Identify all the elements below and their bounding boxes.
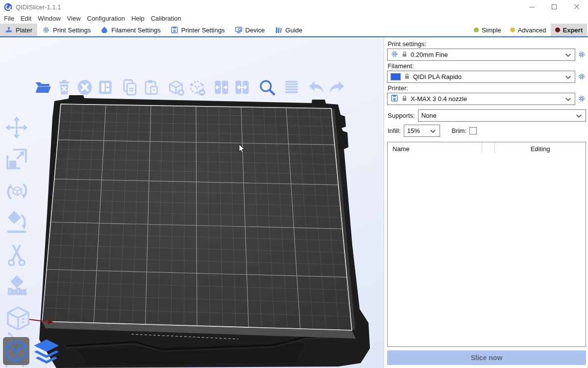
menu-view[interactable]: View (67, 15, 86, 23)
paste-icon[interactable] (142, 78, 161, 97)
search-icon[interactable] (258, 78, 276, 97)
chevron-down-icon (565, 95, 571, 104)
brim-label: Brim: (452, 127, 466, 134)
mode-switcher: SimpleAdvancedExpert (469, 24, 587, 36)
menu-configuration[interactable]: Configuration (87, 15, 130, 23)
tab-label: Filament Settings (111, 26, 160, 34)
chevron-down-icon (565, 51, 571, 59)
print-settings-gear-button[interactable] (578, 51, 586, 59)
menu-window[interactable]: Window (38, 15, 66, 23)
app-logo-icon (4, 3, 12, 11)
menu-help[interactable]: Help (131, 15, 150, 23)
menu-file[interactable]: File (4, 15, 20, 23)
place-on-face-tool-icon[interactable] (4, 210, 29, 236)
mode-dot-icon (510, 27, 515, 32)
maximize-button[interactable] (543, 0, 565, 14)
split-objects-icon[interactable] (212, 78, 231, 97)
filament-color-swatch (391, 73, 401, 80)
chevron-down-icon (576, 111, 582, 120)
close-icon (574, 4, 580, 10)
print-settings-label: Print settings: (388, 40, 586, 48)
tab-plater[interactable]: Plater (0, 24, 37, 36)
menu-bar: FileEditWindowViewConfigurationHelpCalib… (0, 14, 588, 24)
printer-combo[interactable]: X-MAX 3 0.4 nozzle (387, 93, 575, 105)
mode-label: Expert (563, 26, 583, 34)
filament-gear-button[interactable] (578, 73, 586, 81)
variable-layer-height-icon[interactable] (282, 78, 301, 97)
brim-checkbox[interactable] (469, 127, 477, 134)
move-tool-icon[interactable] (4, 115, 29, 140)
filament-combo[interactable]: QIDI PLA Rapido (387, 71, 575, 83)
menu-calibration[interactable]: Calibration (151, 15, 187, 23)
tab-label: Plater (16, 26, 32, 34)
mode-advanced[interactable]: Advanced (506, 24, 551, 36)
printer-value: X-MAX 3 0.4 nozzle (411, 95, 467, 103)
tab-print-settings[interactable]: Print Settings (37, 24, 96, 36)
add-instance-icon[interactable] (167, 78, 185, 97)
supports-value: None (421, 112, 437, 119)
tab-device[interactable]: Device (230, 24, 270, 36)
delete-all-icon[interactable] (75, 78, 94, 97)
title-bar: QIDISlicer-1.1.1 (0, 0, 588, 14)
3d-viewport[interactable] (0, 37, 384, 368)
arrange-icon[interactable] (96, 78, 115, 97)
mode-dot-icon (555, 27, 560, 32)
filament-label: Filament: (388, 62, 586, 70)
mode-expert[interactable]: Expert (551, 24, 587, 36)
mode-simple[interactable]: Simple (469, 24, 506, 36)
settings-sidebar: Print settings: 0.20mm Fine Filament: QI… (384, 37, 588, 368)
preview-view-icon[interactable] (31, 337, 62, 367)
open-icon[interactable] (34, 78, 52, 97)
infill-combo[interactable]: 15% (404, 125, 440, 137)
scale-tool-icon[interactable] (4, 146, 29, 172)
chevron-down-icon (430, 127, 436, 135)
chevron-down-icon (565, 73, 571, 81)
menu-edit[interactable]: Edit (21, 15, 37, 23)
undo-icon[interactable] (307, 78, 325, 97)
extruder-column-header (482, 142, 495, 153)
minimize-button[interactable] (520, 0, 543, 14)
guide-icon (274, 26, 282, 34)
close-button[interactable] (565, 0, 588, 14)
delete-icon[interactable] (55, 78, 74, 97)
tab-label: Guide (285, 26, 302, 34)
tab-filament-settings[interactable]: Filament Settings (96, 24, 165, 36)
object-list[interactable]: Name Editing (387, 142, 586, 347)
plater-icon (5, 26, 13, 34)
printer-icon (391, 94, 398, 104)
app-window: QIDISlicer-1.1.1 FileEditWindowViewConfi… (0, 0, 588, 368)
tab-label: Print Settings (53, 26, 91, 34)
redo-icon[interactable] (328, 78, 346, 97)
object-list-header: Name Editing (388, 142, 586, 155)
remove-instance-icon[interactable] (188, 78, 206, 97)
tab-printer-settings[interactable]: Printer Settings (166, 24, 230, 36)
cut-tool-icon[interactable] (4, 243, 29, 268)
minimize-icon (529, 7, 535, 7)
rotate-tool-icon[interactable] (4, 178, 30, 205)
copy-icon[interactable] (121, 78, 139, 97)
tab-bar: PlaterPrint SettingsFilament SettingsPri… (0, 24, 588, 37)
gear-icon (42, 26, 50, 34)
printer-gear-button[interactable] (578, 95, 586, 103)
print-settings-value: 0.20mm Fine (411, 51, 448, 58)
mode-label: Simple (482, 26, 501, 34)
supports-label: Supports: (388, 112, 415, 119)
printer-label: Printer: (388, 84, 586, 92)
seam-tool-icon[interactable] (4, 304, 32, 333)
printer-icon (171, 26, 178, 34)
device-icon (235, 26, 243, 34)
lock-icon (404, 73, 410, 81)
mode-dot-icon (474, 27, 479, 32)
window-title: QIDISlicer-1.1.1 (16, 3, 61, 11)
tab-label: Device (245, 26, 265, 34)
3d-editor-view-icon[interactable] (3, 337, 29, 365)
tab-guide[interactable]: Guide (270, 24, 307, 36)
slice-now-button[interactable]: Slice now (387, 350, 586, 365)
split-parts-icon[interactable] (233, 78, 251, 97)
paint-supports-tool-icon[interactable] (4, 275, 30, 301)
supports-combo[interactable]: None (418, 109, 586, 122)
filament-icon (100, 26, 108, 34)
print-settings-combo[interactable]: 0.20mm Fine (387, 49, 575, 61)
lock-icon (401, 95, 408, 104)
editing-column-header: Editing (495, 145, 586, 153)
